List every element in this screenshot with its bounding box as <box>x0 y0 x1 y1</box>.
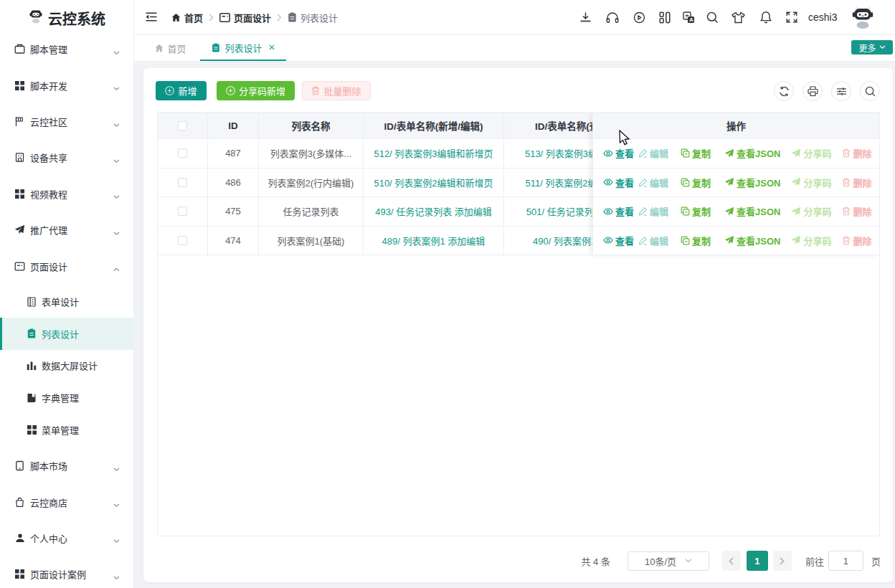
svg-text:A: A <box>689 16 693 23</box>
